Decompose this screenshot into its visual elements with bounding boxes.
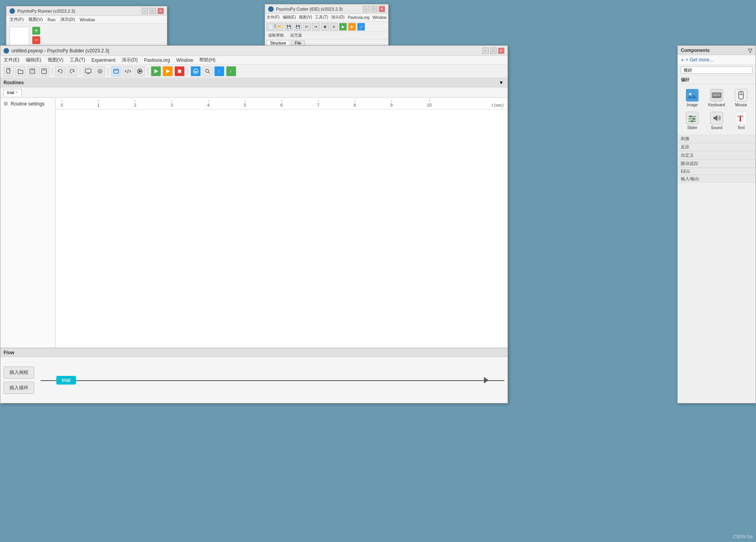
runner-menu-file[interactable]: 文件(F) [9,17,24,22]
builder-menu-tools[interactable]: 工具(T) [70,57,85,63]
routine-tab-close[interactable]: × [16,90,18,94]
runner-win-controls: ─ □ ✕ [142,8,164,14]
coder-minimize-btn[interactable]: ─ [363,6,369,12]
builder-monitor-btn[interactable] [83,66,93,76]
coder-menu-file[interactable]: 文件(F) [267,15,280,20]
routine-settings-item[interactable]: ⚙ Routine settings [4,101,52,107]
builder-menu-edit[interactable]: 编辑(E) [26,57,41,63]
comp-item-sound[interactable]: Sound [705,110,728,131]
insert-loop-btn[interactable]: 插入循环 [4,382,34,394]
coder-help-text: 读取帮助 [268,33,284,38]
routine-tab-trial[interactable]: trial × [4,89,22,96]
coder-menu-edit[interactable]: 编辑(E) [283,15,296,20]
runner-maximize-btn[interactable]: □ [150,8,156,14]
runner-logo-icon [9,8,15,14]
comp-grid-favorite: Image Keyboard [678,84,756,135]
comp-item-slider[interactable]: Slider [681,110,704,131]
comp-section-response[interactable]: 反应 [678,143,756,151]
builder-menu-pavlovia[interactable]: Pavlovia.org [144,57,170,63]
runner-close-btn[interactable]: ✕ [158,8,164,14]
builder-run-online-btn[interactable] [163,66,173,76]
builder-info-blue-btn[interactable]: i [214,66,224,76]
flow-trial-box[interactable]: trial [56,376,76,385]
coder-run-orange-btn[interactable]: ▶ [348,23,356,31]
comp-item-keyboard[interactable]: Keyboard [705,87,728,109]
coder-menu-pavlovia[interactable]: Pavlovia.org [348,15,369,20]
components-filter-icon[interactable]: ▽ [748,47,752,54]
builder-save-as-btn[interactable] [39,66,49,76]
comp-item-image[interactable]: Image [681,87,704,109]
coder-monitor-btn[interactable]: 🖥 [321,23,329,31]
builder-info-btn[interactable]: i [226,66,236,76]
builder-maximize-btn[interactable]: □ [490,48,497,54]
coder-save-btn[interactable]: 💾 [285,23,293,31]
coder-redo-btn[interactable]: ↪ [312,23,320,31]
comp-section-custom[interactable]: 自定义 [678,151,756,159]
builder-coder-view-btn[interactable] [123,66,133,76]
builder-prefs-btn[interactable] [95,66,105,76]
runner-menu-demo[interactable]: 演示(D) [60,17,75,22]
coder-save-as-btn[interactable]: 💾 [294,23,302,31]
comp-section-eeg[interactable]: EEG [678,168,756,175]
builder-menu-window[interactable]: Window [176,57,193,63]
runner-add-btn[interactable]: + [32,27,40,35]
builder-menu-demo[interactable]: 演示(D) [122,57,138,63]
runner-remove-btn[interactable]: − [32,36,40,44]
coder-window: PsychoPy Coder (IDE) (v2023.2.3) ─ □ ✕ 文… [265,4,389,47]
runner-menu-window[interactable]: Window [80,17,95,22]
coder-open-btn[interactable]: 📂 [276,23,284,31]
coder-run-green-btn[interactable]: ▶ [339,23,347,31]
svg-rect-2 [31,69,33,71]
builder-menu-help[interactable]: 帮助(H) [199,57,215,63]
coder-maximize-btn[interactable]: □ [371,6,377,12]
builder-run-btn[interactable] [151,66,161,76]
coder-menu-demo[interactable]: 演示(D) [331,15,345,20]
routines-collapse-btn[interactable]: ▼ [498,80,504,86]
runner-minimize-btn[interactable]: ─ [142,8,148,14]
comp-section-eyetrack[interactable]: 眼动追踪 [678,159,756,168]
insert-routine-btn[interactable]: 插入例程 [4,366,34,379]
svg-rect-31 [719,94,720,94]
builder-menu-view[interactable]: 视图(V) [48,57,63,63]
builder-menu-file[interactable]: 文件(E) [4,57,19,63]
get-more-btn[interactable]: + + Get more... [678,55,756,65]
coder-connect-btn[interactable]: 🔗 [357,23,365,31]
builder-runner-view-btn[interactable] [135,66,145,76]
coder-undo-btn[interactable]: ↩ [303,23,311,31]
runner-menu-view[interactable]: 视图(V) [28,17,43,22]
svg-point-43 [691,120,693,122]
builder-new-btn[interactable] [4,66,14,76]
coder-indent-btn[interactable]: ≡ [330,23,338,31]
builder-open-btn[interactable] [15,66,26,76]
coder-new-btn[interactable]: 📄 [267,23,274,31]
toolbar-separator-4 [148,67,148,75]
routines-section: Routines ▼ trial × ⚙ Routine settings [0,78,508,348]
comp-item-mouse[interactable]: Mouse [730,87,752,109]
builder-builder-view-btn[interactable] [111,66,121,76]
builder-stop-btn[interactable] [174,66,185,76]
builder-menu-experiment[interactable]: Experiment [91,57,115,63]
builder-undo-btn[interactable] [55,66,65,76]
routine-tabs: trial × [0,87,508,98]
builder-logo-icon [4,48,9,54]
sound-component-icon [710,112,723,124]
watermark: CSDN ©js [733,534,753,539]
svg-rect-27 [713,94,714,94]
builder-pavlovia-btn[interactable] [191,66,201,76]
coder-help-bar: 读取帮助 诅咒器 [265,32,388,39]
builder-minimize-btn[interactable]: ─ [482,48,489,54]
coder-menu-tools[interactable]: 工具(T) [315,15,328,20]
builder-search-btn[interactable] [202,66,213,76]
comp-section-io[interactable]: 输入/输出 [678,175,756,183]
comp-section-stimulus[interactable]: 刺激 [678,135,756,143]
coder-menu-view[interactable]: 视图(V) [299,15,312,20]
builder-save-btn[interactable] [27,66,37,76]
comp-search-input[interactable] [681,67,752,74]
coder-close-btn[interactable]: ✕ [379,6,385,12]
routine-left-panel: ⚙ Routine settings [0,98,56,348]
comp-item-text[interactable]: T Text [730,110,752,131]
builder-redo-btn[interactable] [67,66,77,76]
runner-menu-run[interactable]: Run [48,17,56,22]
builder-close-btn[interactable]: ✕ [498,48,504,54]
coder-menu-window[interactable]: Window [372,15,387,20]
